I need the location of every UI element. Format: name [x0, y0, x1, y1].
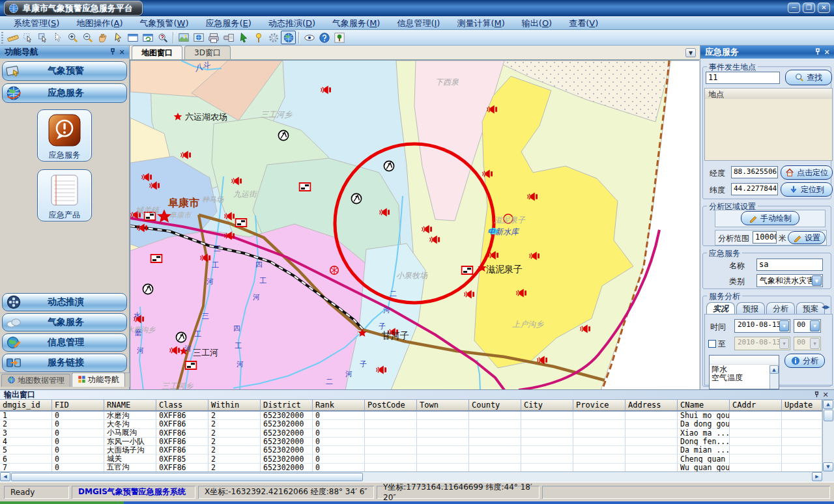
toolbar-grip[interactable]: [1, 32, 3, 44]
close-icon[interactable]: ✕: [822, 48, 831, 57]
pan-hand-icon[interactable]: [95, 31, 110, 44]
select-polygon-icon[interactable]: [20, 31, 35, 44]
flag-marker-icon[interactable]: [462, 266, 473, 274]
print-preview-icon[interactable]: [221, 31, 236, 44]
find-button[interactable]: 查找: [785, 70, 832, 85]
print-icon[interactable]: [206, 31, 221, 44]
left-panel-tab-1[interactable]: 功能导航: [72, 372, 125, 387]
pin-icon[interactable]: [108, 48, 117, 57]
pin-icon[interactable]: [812, 390, 821, 399]
element-item-1[interactable]: 空气温度: [712, 374, 777, 382]
analysis-tab-2[interactable]: 分析: [766, 302, 795, 314]
station-icon[interactable]: [143, 284, 152, 294]
big-button-0[interactable]: 应急服务: [37, 109, 92, 161]
to-hour-select[interactable]: 00▼: [794, 337, 821, 350]
nav-group-bottom-1[interactable]: 气象服务: [2, 313, 127, 331]
close-button[interactable]: ✕: [818, 3, 830, 13]
identify-icon[interactable]: [155, 31, 170, 44]
visibility-eye-icon[interactable]: [302, 31, 317, 44]
help-icon[interactable]: [317, 31, 332, 44]
analysis-tab-1[interactable]: 预报: [736, 302, 765, 314]
type-select[interactable]: 气象和洪水灾害▼: [756, 274, 823, 287]
chevron-down-icon[interactable]: ▼: [812, 275, 822, 286]
tab-3d-window[interactable]: 3D窗口: [184, 46, 231, 59]
settings-gear-icon[interactable]: [266, 31, 281, 44]
column-header[interactable]: Within: [208, 400, 261, 412]
nav-group-bottom-2[interactable]: 信息管理: [2, 333, 127, 352]
nav-group-bottom-3[interactable]: 服务链接: [2, 354, 127, 372]
station-icon[interactable]: [176, 332, 186, 342]
column-header[interactable]: Town: [417, 400, 469, 412]
select-rect-icon[interactable]: [35, 31, 50, 44]
name-input[interactable]: sa: [756, 259, 823, 271]
minimize-button[interactable]: ─: [788, 3, 800, 13]
fit-window-icon[interactable]: [125, 31, 140, 44]
menu-item-3[interactable]: 应急服务(E): [197, 17, 260, 30]
analyze-button[interactable]: 分析: [784, 354, 825, 368]
menu-item-9[interactable]: 查看(V): [560, 17, 607, 30]
range-input[interactable]: 10000: [753, 231, 777, 244]
table-vertical-scrollbar[interactable]: ▲ ▼: [822, 400, 834, 471]
column-header[interactable]: Rank: [313, 400, 365, 412]
zoom-in-icon[interactable]: [65, 31, 80, 44]
column-header[interactable]: District: [261, 400, 313, 412]
pin-icon[interactable]: [813, 48, 822, 57]
list-scroll-up-icon[interactable]: ▲: [769, 365, 779, 374]
globe-icon[interactable]: [281, 31, 296, 44]
scroll-right-icon[interactable]: ▶: [812, 472, 822, 481]
big-button-1[interactable]: 应急产品: [37, 169, 92, 221]
map-tab-dropdown-icon[interactable]: ▼: [685, 48, 696, 57]
column-header[interactable]: CName: [678, 400, 730, 412]
table-row[interactable]: 20大冬沟0XFF8626523020000Da dong gou: [0, 420, 822, 428]
map-image-icon[interactable]: [176, 31, 191, 44]
column-header[interactable]: PostCode: [365, 400, 417, 412]
nav-group-bottom-0[interactable]: 动态推演: [2, 293, 127, 311]
location-search-input[interactable]: 11: [706, 72, 780, 84]
locate-to-button[interactable]: 定位到: [781, 182, 833, 197]
station-icon[interactable]: [384, 161, 394, 171]
flag-marker-icon[interactable]: [236, 219, 247, 227]
nav-group-1[interactable]: 应急服务: [2, 83, 127, 103]
column-header[interactable]: Address: [626, 400, 678, 412]
pointer-icon[interactable]: [110, 31, 125, 44]
column-header[interactable]: County: [469, 400, 521, 412]
column-header[interactable]: CAddr: [730, 400, 782, 412]
table-row[interactable]: 30小马厩沟0XFF8626523020000Xiao ma ...: [0, 429, 822, 438]
station-icon[interactable]: [351, 193, 361, 203]
refresh-window-icon[interactable]: [140, 31, 155, 44]
table-row[interactable]: 50大面场子沟0XFF8626523020000Da mian ...: [0, 446, 822, 455]
export-tree-icon[interactable]: [332, 31, 347, 44]
table-horizontal-scrollbar[interactable]: ◀ ▶: [0, 471, 822, 482]
lng-input[interactable]: 88.3625506: [731, 166, 778, 178]
menu-item-2[interactable]: 气象预警(W): [131, 17, 197, 30]
tab-scroll-right-icon[interactable]: ▶: [826, 304, 829, 313]
flag-marker-icon[interactable]: [300, 183, 311, 191]
tab-map-window[interactable]: 地图窗口: [132, 46, 182, 59]
go-pointer-icon[interactable]: [236, 31, 251, 44]
measure-icon[interactable]: [5, 31, 20, 44]
menu-item-5[interactable]: 气象服务(M): [324, 17, 388, 30]
restore-button[interactable]: ❐: [803, 3, 815, 13]
click-locate-button[interactable]: 点击定位: [781, 165, 833, 180]
analysis-tab-3[interactable]: 预案: [796, 302, 825, 314]
table-row[interactable]: 40东风一小队0XFF8626523020000Dong fen...: [0, 438, 822, 446]
left-panel-tab-0[interactable]: 地图数据管理: [1, 374, 70, 387]
flag-marker-icon[interactable]: [186, 361, 197, 369]
station-icon[interactable]: [278, 130, 288, 140]
element-listbox[interactable]: 降水空气温度 ▲: [709, 355, 779, 389]
menu-item-6[interactable]: 信息管理(I): [388, 17, 448, 30]
close-icon[interactable]: ✕: [117, 48, 126, 57]
menu-item-0[interactable]: 系统管理(S): [5, 17, 68, 30]
select-arrow-icon[interactable]: [50, 31, 65, 44]
table-row[interactable]: 70五官沟0XFF8626523020000Wu guan gou: [0, 464, 822, 471]
scroll-up-icon[interactable]: ▲: [823, 400, 833, 409]
column-header[interactable]: Provice: [573, 400, 626, 412]
column-header[interactable]: RNAME: [104, 400, 156, 412]
result-table[interactable]: dmgis_idFIDRNAMEClassWithinDistrictRankP…: [0, 400, 822, 471]
table-row[interactable]: 60城关0XFF8526523020000Cheng guan: [0, 455, 822, 463]
map-svg[interactable]: 八斗六运湖农场三工河乡下西泉九运街阜康市种马场城关镇阜康市小泉牧场滋泥泉子中新水…: [130, 61, 700, 390]
to-checkbox[interactable]: [708, 340, 716, 348]
scroll-left-icon[interactable]: ◀: [0, 472, 10, 481]
to-date-select[interactable]: 2010-08-13▼: [734, 337, 790, 350]
lat-input[interactable]: 44.2277844: [731, 183, 778, 195]
